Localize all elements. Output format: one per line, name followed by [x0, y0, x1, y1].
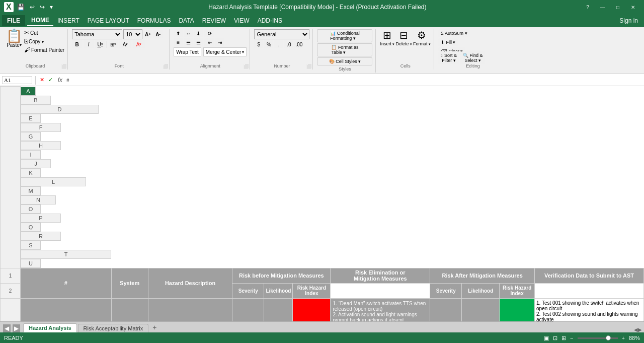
col-header-h[interactable]: H — [21, 141, 61, 150]
tab-nav-left[interactable]: ◀ — [3, 324, 11, 332]
col-header-d[interactable]: D — [21, 105, 99, 114]
cell-a1[interactable]: # — [21, 268, 112, 298]
redo-btn[interactable]: ↪ — [38, 3, 46, 11]
currency-btn[interactable]: $ — [254, 40, 263, 48]
cell-n2[interactable]: Severity — [430, 283, 462, 298]
format-as-table-btn[interactable]: 📋 Format asTable ▾ — [317, 43, 372, 56]
file-menu-btn[interactable]: FILE — [2, 15, 25, 26]
find-select-btn[interactable]: 🔍 Find &Select ▾ — [460, 51, 486, 64]
cell-f-example[interactable]: II CatastrophicCatastrophic — [232, 298, 264, 321]
align-left-btn[interactable]: ≡ — [174, 38, 183, 46]
cell-f1-header[interactable]: Risk before Mitigation Measures — [232, 268, 331, 283]
increase-indent-btn[interactable]: ⇥ — [215, 38, 224, 46]
font-selector[interactable]: Tahoma — [72, 29, 122, 39]
cell-a-example[interactable]: EXAMPLE — [21, 298, 112, 321]
decrease-indent-btn[interactable]: ⇤ — [205, 38, 214, 46]
clipboard-expand[interactable]: ⬜ — [61, 64, 66, 68]
cell-p-example[interactable]: EExtremely Unlikely — [462, 298, 500, 321]
format-btn[interactable]: ⚙ Format ▾ — [413, 29, 431, 46]
cell-b-example[interactable]: Flight Safety System — [111, 298, 148, 321]
cell-t1-header[interactable]: Verification Data to Submit to AST — [535, 268, 644, 283]
cell-d-example[interactable]: Failure of TTS to respond to manual trig… — [148, 298, 232, 321]
col-header-b[interactable]: B — [21, 96, 51, 105]
text-angle-btn[interactable]: ⟳ — [205, 29, 214, 37]
increase-decimal-btn[interactable]: .00 — [294, 40, 303, 48]
cell-reference-box[interactable] — [2, 76, 32, 84]
bold-btn[interactable]: B — [72, 40, 82, 48]
close-btn[interactable]: ✕ — [626, 2, 640, 12]
alignment-expand[interactable]: ⬜ — [244, 64, 249, 68]
insert-menu-item[interactable]: INSERT — [53, 15, 84, 26]
cell-l-example[interactable]: 1. “Dead Man” switch activates TTS when … — [331, 298, 430, 321]
cell-t-example[interactable]: 1. Test 001 showing the switch activates… — [535, 298, 644, 321]
save-btn[interactable]: 💾 — [16, 3, 26, 11]
col-header-j[interactable]: J — [21, 159, 51, 168]
paste-btn[interactable]: 📋 Paste ▾ — [6, 29, 22, 56]
col-header-g[interactable]: G — [21, 132, 41, 141]
cell-h2[interactable]: Likelihood — [264, 283, 293, 298]
page-break-view-btn[interactable]: ⊞ — [561, 335, 566, 341]
tab-nav-right[interactable]: ▶ — [13, 324, 20, 332]
col-header-q[interactable]: Q — [21, 223, 41, 232]
row-2-header[interactable]: 2 — [1, 283, 21, 298]
cell-j-example[interactable]: 4 — [293, 298, 331, 321]
undo-btn[interactable]: ↩ — [28, 3, 36, 11]
decrease-font-btn[interactable]: A- — [153, 30, 163, 38]
zoom-out-btn[interactable]: − — [570, 335, 573, 341]
cell-h-example[interactable]: COccasional — [264, 298, 293, 321]
home-menu-item[interactable]: HOME — [27, 15, 53, 26]
col-header-m[interactable]: M — [21, 186, 41, 195]
maximize-btn[interactable]: □ — [611, 2, 625, 12]
data-menu-item[interactable]: DATA — [175, 15, 198, 26]
autosum-btn[interactable]: Σ AutoSum ▾ — [438, 29, 470, 37]
accept-formula-btn[interactable]: ✓ — [47, 77, 54, 83]
cell-r2[interactable]: Risk Hazard Index — [500, 283, 535, 298]
cell-n-example[interactable]: ICatastrophic — [430, 298, 462, 321]
addins-menu-item[interactable]: ADD-INS — [254, 15, 286, 26]
number-expand[interactable]: ⬜ — [306, 64, 311, 68]
delete-btn[interactable]: ⊟ Delete ▾ — [395, 29, 412, 46]
row-example-header[interactable] — [1, 298, 21, 321]
align-right-btn[interactable]: ☰ — [194, 38, 203, 46]
cell-d1[interactable]: Hazard Description — [148, 268, 232, 298]
format-painter-btn[interactable]: 🖌Format Painter — [24, 46, 64, 53]
col-header-k[interactable]: K — [21, 168, 41, 177]
fill-color-btn[interactable]: A ▾ — [119, 40, 131, 48]
align-top-btn[interactable]: ⬆ — [174, 29, 183, 37]
col-header-o[interactable]: O — [21, 204, 41, 214]
cut-btn[interactable]: ✂Cut — [24, 29, 64, 36]
minimize-btn[interactable]: — — [596, 2, 610, 12]
cell-r-example[interactable]: 12 — [500, 298, 535, 321]
cell-f2[interactable]: Severity — [232, 283, 264, 298]
normal-view-btn[interactable]: ▣ — [544, 335, 549, 341]
align-mid-btn[interactable]: ↔ — [184, 29, 193, 37]
cell-j2[interactable]: Risk Hazard Index — [293, 283, 331, 298]
align-bottom-btn[interactable]: ⬇ — [194, 29, 203, 37]
font-color-btn[interactable]: A ▾ — [133, 40, 145, 48]
cell-p2[interactable]: Likelihood — [462, 283, 500, 298]
align-center-btn[interactable]: ☰ — [184, 38, 193, 46]
col-header-t[interactable]: T — [21, 250, 111, 259]
underline-btn[interactable]: U ▾ — [95, 40, 105, 48]
col-header-l[interactable]: L — [21, 177, 86, 186]
review-menu-item[interactable]: REVIEW — [198, 15, 230, 26]
percent-btn[interactable]: % — [264, 40, 273, 48]
insert-function-btn[interactable]: fx — [56, 77, 64, 84]
col-header-u[interactable]: U — [21, 259, 41, 268]
font-expand[interactable]: ⬜ — [163, 64, 168, 68]
italic-btn[interactable]: I — [84, 40, 94, 48]
insert-btn[interactable]: ⊞ Insert ▾ — [380, 29, 394, 46]
border-btn[interactable]: ⊞ ▾ — [109, 40, 118, 48]
cell-n1-header[interactable]: Risk After Mitigation Measures — [430, 268, 535, 283]
cancel-formula-btn[interactable]: ✕ — [39, 77, 45, 83]
sheet-tab-risk-matrix[interactable]: Risk Acceptability Matrix — [78, 324, 149, 332]
col-header-e[interactable]: E — [21, 114, 41, 123]
row-1-header[interactable]: 1 — [1, 268, 21, 283]
page-layout-menu-item[interactable]: PAGE LAYOUT — [84, 15, 133, 26]
col-header-a[interactable]: A — [21, 87, 36, 96]
cell-styles-btn[interactable]: 🎨 Cell Styles ▾ — [317, 57, 372, 65]
wrap-text-btn[interactable]: Wrap Text — [174, 47, 201, 56]
col-header-s[interactable]: S — [21, 241, 41, 250]
cell-l1-header[interactable]: Risk Elimination orMitigation Measures — [331, 268, 430, 283]
add-sheet-btn[interactable]: + — [149, 322, 159, 332]
